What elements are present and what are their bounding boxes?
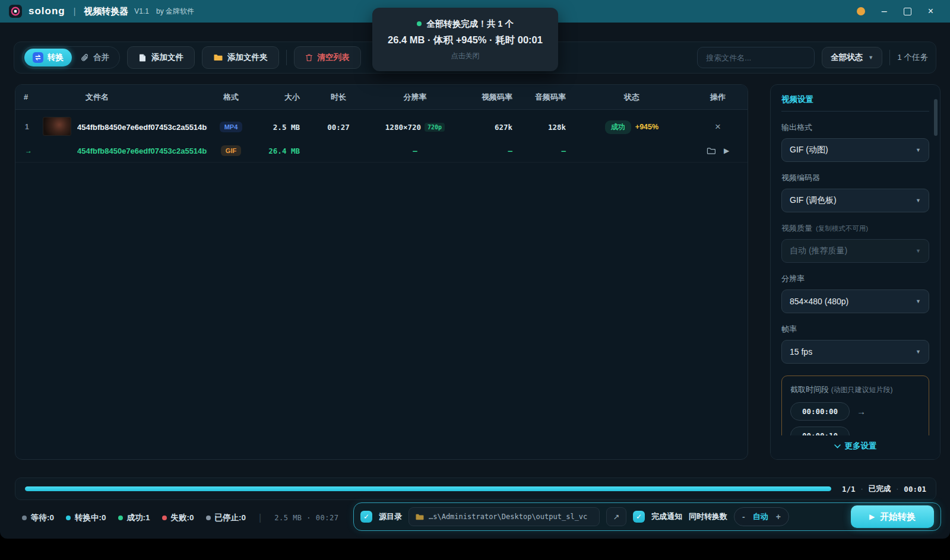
col-audio-bitrate: 音频码率 xyxy=(522,92,575,103)
col-filename: 文件名 xyxy=(77,92,207,103)
file-icon xyxy=(138,53,147,62)
progress-bar xyxy=(25,486,831,491)
framerate-select[interactable]: 15 fps ▼ xyxy=(781,340,929,364)
decrement-button[interactable]: - xyxy=(742,512,745,521)
output-resolution: – xyxy=(368,147,463,155)
progress-time: 00:01 xyxy=(904,485,926,494)
folder-icon xyxy=(415,513,424,521)
counter-stopped: 已停止:0 xyxy=(206,513,246,523)
output-format-label: 输出格式 xyxy=(781,122,929,133)
col-video-bitrate: 视频码率 xyxy=(463,92,522,103)
app-byline: by 金牌软件 xyxy=(156,7,194,17)
status-badge: 成功 xyxy=(605,120,631,134)
app-window: solong | 视频转换器 V1.1 by 金牌软件 – × 全部转换完成！共… xyxy=(0,0,950,539)
toast-notification[interactable]: 全部转换完成！共 1 个 26.4 MB · 体积 +945% · 耗时 00:… xyxy=(372,8,558,71)
resolution-label: 分辨率 xyxy=(781,273,929,284)
concurrency-value: 自动 xyxy=(753,511,768,522)
progress-panel: 1/1 · 已完成 · 00:01 xyxy=(15,478,936,500)
output-size: 26.4 MB xyxy=(255,147,309,155)
start-convert-button[interactable]: ▶ 开始转换 xyxy=(851,505,934,528)
format-badge-gif: GIF xyxy=(221,145,241,156)
source-size: 2.5 MB xyxy=(255,123,309,132)
counter-waiting: 等待:0 xyxy=(22,513,54,523)
add-folder-label: 添加文件夹 xyxy=(227,52,268,63)
minimize-icon[interactable]: – xyxy=(882,7,887,16)
resolution-select[interactable]: 854×480 (480p) ▼ xyxy=(781,289,929,313)
task-count: 1 个任务 xyxy=(897,52,928,63)
source-dir-checkbox[interactable]: ✓ xyxy=(360,511,372,523)
trash-icon xyxy=(305,53,313,62)
col-duration: 时长 xyxy=(309,92,368,103)
play-icon: ▶ xyxy=(869,513,875,521)
check-icon: ✓ xyxy=(363,513,369,521)
resolution-value: 854×480 (480p) xyxy=(790,297,848,306)
success-dot-icon xyxy=(118,516,123,520)
source-video-bitrate: 627k xyxy=(463,123,522,132)
sidebar-scrollbar-thumb[interactable] xyxy=(934,99,938,136)
quality-select: 自动 (推荐质量) ▼ xyxy=(781,239,929,263)
more-settings-label: 更多设置 xyxy=(845,441,877,451)
source-file-line: 1 454fbfb8450e7e6edf07453c2a5514bb_ra...… xyxy=(15,112,748,142)
row-index: 1 xyxy=(15,123,43,131)
increment-button[interactable]: + xyxy=(776,512,781,521)
counter-failed: 失败:0 xyxy=(162,513,194,523)
arrow-right-icon: → xyxy=(857,406,866,416)
source-dir-label: 源目录 xyxy=(379,511,402,522)
search-input[interactable] xyxy=(697,47,815,68)
open-folder-icon[interactable] xyxy=(707,147,715,155)
encoder-select[interactable]: GIF (调色板) ▼ xyxy=(781,189,929,212)
output-audio-bitrate: – xyxy=(522,147,575,155)
progress-bar-fill xyxy=(25,486,831,491)
output-arrow-icon: → xyxy=(15,147,43,155)
status-filter-dropdown[interactable]: 全部状态 ▼ xyxy=(822,47,882,68)
clear-list-label: 清空列表 xyxy=(318,52,350,63)
bottom-control-bar: ✓ 源目录 …s\Administrator\Desktop\output_sl… xyxy=(353,502,941,531)
clear-list-button[interactable]: 清空列表 xyxy=(294,46,361,69)
col-index: # xyxy=(15,93,43,101)
source-resolution: 1280×720 xyxy=(385,123,421,132)
more-settings-link[interactable]: 更多设置 xyxy=(771,435,940,459)
notify-checkbox[interactable]: ✓ xyxy=(633,511,645,523)
tab-merge[interactable]: 合并 xyxy=(72,49,118,66)
external-link-icon: ↗ xyxy=(613,513,620,521)
status-filter-value: 全部状态 xyxy=(831,52,863,63)
output-format-select[interactable]: GIF (动图) ▼ xyxy=(781,138,929,162)
tab-convert[interactable]: 转换 xyxy=(24,49,72,66)
source-audio-bitrate: 128k xyxy=(522,123,575,132)
theme-toggle-icon[interactable] xyxy=(857,7,865,15)
failed-dot-icon xyxy=(162,516,167,520)
remove-row-icon[interactable]: × xyxy=(715,121,721,133)
converting-dot-icon xyxy=(66,516,71,520)
notify-label: 完成通知 xyxy=(651,511,682,522)
table-row[interactable]: 1 454fbfb8450e7e6edf07453c2a5514bb_ra...… xyxy=(15,110,748,163)
add-folder-button[interactable]: 添加文件夹 xyxy=(202,46,279,69)
title-separator: | xyxy=(74,7,76,16)
tab-merge-label: 合并 xyxy=(93,52,109,63)
col-status: 状态 xyxy=(575,92,688,103)
close-icon[interactable]: × xyxy=(928,7,933,16)
toolbar-divider xyxy=(889,50,890,65)
concurrency-stepper: - 自动 + xyxy=(734,507,789,526)
play-file-icon[interactable]: ▶ xyxy=(724,147,729,155)
source-filename: 454fbfb8450e7e6edf07453c2a5514bb_ra... xyxy=(77,123,207,132)
table-header-row: # 文件名 格式 大小 时长 分辨率 视频码率 音频码率 状态 操作 xyxy=(15,85,748,110)
quality-label: 视频质量(复制模式不可用) xyxy=(781,223,929,234)
progress-fraction: 1/1 xyxy=(842,485,856,494)
trim-start-input[interactable] xyxy=(790,402,850,421)
chevron-down-icon xyxy=(834,444,841,448)
output-path-input[interactable]: …s\Administrator\Desktop\output_sl_vc xyxy=(408,507,600,526)
open-output-dir-button[interactable]: ↗ xyxy=(606,507,626,526)
counter-success: 成功:1 xyxy=(118,513,150,523)
col-actions: 操作 xyxy=(688,92,748,103)
convert-icon xyxy=(33,52,43,63)
maximize-icon[interactable] xyxy=(904,8,911,15)
status-counters: 等待:0 转换中:0 成功:1 失败:0 已停止:0 | 2.5 MB · 00… xyxy=(22,504,338,532)
size-change: +945% xyxy=(635,123,658,131)
add-files-button[interactable]: 添加文件 xyxy=(127,46,195,69)
encoder-value: GIF (调色板) xyxy=(790,195,837,206)
chevron-down-icon: ▼ xyxy=(916,298,921,304)
dot-separator: · xyxy=(896,485,898,493)
progress-status: 已完成 xyxy=(869,484,891,494)
source-duration: 00:27 xyxy=(309,123,368,132)
stopped-dot-icon xyxy=(206,516,211,520)
